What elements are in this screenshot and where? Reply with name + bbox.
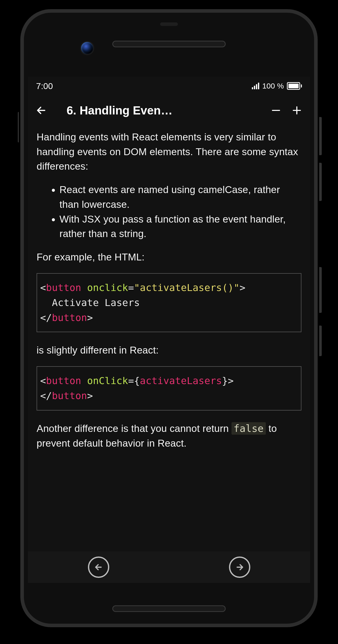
intro-paragraph: Handling events with React elements is v… [37, 130, 301, 174]
home-indicator [112, 605, 226, 612]
status-bar: 7:00 100 % [28, 77, 310, 95]
phone-frame: 7:00 100 % 6. Handling Even… [20, 9, 318, 627]
signal-icon [252, 83, 259, 89]
font-increase-button[interactable] [289, 103, 304, 118]
speaker-slot [112, 41, 226, 47]
prev-button[interactable] [88, 557, 109, 578]
back-button[interactable] [34, 103, 49, 118]
inline-code: false [232, 422, 266, 435]
arrow-left-icon [36, 105, 47, 116]
front-camera [81, 42, 93, 54]
code-block-react: <button onClick={activateLasers}> </butt… [37, 366, 301, 411]
font-decrease-button[interactable] [268, 103, 284, 118]
minus-icon [271, 105, 281, 116]
list-item: With JSX you pass a function as the even… [59, 212, 301, 241]
code-block-html: <button onclick="activateLasers()"> Acti… [37, 273, 301, 332]
arrow-left-circle-icon [94, 562, 104, 572]
screen: 7:00 100 % 6. Handling Even… [28, 77, 310, 583]
list-item: React events are named using camelCase, … [59, 182, 301, 212]
notch-dot [160, 22, 178, 26]
next-button[interactable] [229, 557, 250, 578]
arrow-right-circle-icon [235, 562, 245, 572]
bottom-nav [28, 551, 310, 583]
article-content[interactable]: Handling events with React elements is v… [28, 126, 310, 555]
page-title: 6. Handling Even… [54, 104, 263, 117]
clock-label: 7:00 [36, 81, 53, 91]
outro-paragraph: Another difference is that you cannot re… [37, 421, 301, 450]
bullet-list: React events are named using camelCase, … [37, 182, 301, 241]
mid-paragraph: is slightly different in React: [37, 343, 301, 358]
battery-icon [287, 82, 302, 90]
app-header: 6. Handling Even… [28, 95, 310, 126]
battery-label: 100 % [262, 82, 284, 90]
plus-icon [291, 105, 302, 116]
example-lead: For example, the HTML: [37, 250, 301, 265]
